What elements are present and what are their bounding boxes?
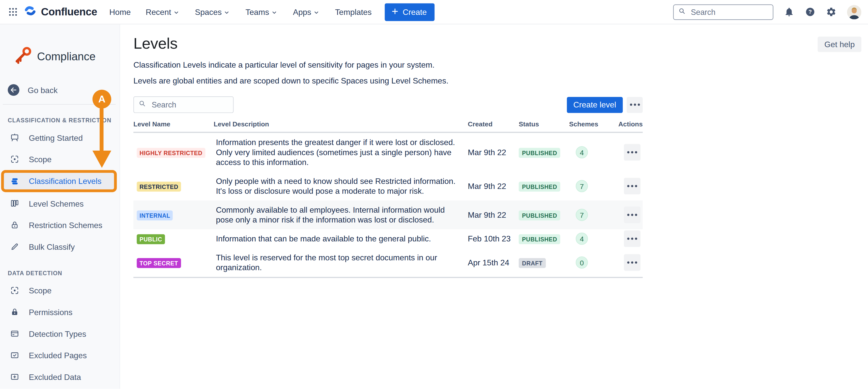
row-actions-button[interactable] (624, 230, 641, 247)
confluence-logo[interactable]: Confluence (23, 3, 97, 21)
created-date: Mar 9th 22 (468, 148, 519, 157)
column-header-level-name: Level Name (133, 120, 214, 128)
sidebar-item-level-schemes[interactable]: Level Schemes (0, 193, 120, 214)
created-date: Mar 9th 22 (468, 210, 519, 219)
annotation-arrow-head (93, 151, 112, 168)
sidebar-item-label: Level Schemes (29, 199, 84, 208)
sidebar-item-permissions[interactable]: Permissions (0, 301, 120, 323)
sidebar-item-scope[interactable]: Scope (0, 280, 120, 301)
nav-item-label: Apps (293, 7, 311, 17)
sidebar-item-detection-types[interactable]: Detection Types (0, 323, 120, 345)
sidebar-item-excluded-pages[interactable]: Excluded Pages (0, 345, 120, 366)
easel-icon (10, 133, 20, 142)
card-icon (10, 329, 20, 338)
nav-item-home[interactable]: Home (109, 7, 131, 17)
key-icon (12, 46, 32, 68)
schemes-count: 0 (576, 256, 588, 268)
sidebar-item-classification-levels[interactable]: Classification Levels (4, 173, 114, 189)
row-actions-button[interactable] (624, 144, 641, 161)
ellipsis-icon (627, 151, 637, 153)
created-date: Mar 9th 22 (468, 182, 519, 190)
level-name-badge: PUBLIC (137, 234, 165, 244)
table-row-public: PUBLICInformation that can be made avail… (133, 229, 643, 248)
table-row-top-secret: TOP SECRETThis level is reserved for the… (133, 248, 643, 277)
chevron-down-icon (173, 8, 180, 16)
nav-item-recent[interactable]: Recent (146, 7, 180, 17)
table-more-actions-button[interactable] (627, 97, 643, 113)
column-header-created: Created (468, 120, 519, 128)
row-actions-button[interactable] (624, 207, 641, 223)
table-row-highly-restricted: HIGHLY RESTRICTEDInformation presents th… (133, 133, 643, 172)
lock-outline-icon (10, 220, 20, 230)
app-window: Confluence HomeRecentSpacesTeamsAppsTemp… (0, 0, 868, 389)
nav-item-label: Teams (246, 7, 269, 17)
schemes-count: 4 (576, 233, 588, 245)
column-header-schemes: Schemes (569, 120, 614, 128)
ellipsis-icon (627, 261, 637, 264)
level-description: Information presents the greatest danger… (214, 133, 468, 172)
nav-item-templates[interactable]: Templates (335, 7, 372, 17)
create-level-button[interactable]: Create level (567, 97, 623, 113)
help-icon[interactable]: ? (805, 6, 815, 17)
global-search-input[interactable] (690, 7, 768, 17)
sidebar-item-label: Excluded Data (29, 372, 81, 381)
compliance-sidebar: Compliance Go back CLASSIFICATION & REST… (0, 25, 120, 389)
status-badge: PUBLISHED (519, 181, 560, 191)
nav-item-label: Spaces (195, 7, 222, 17)
nav-item-teams[interactable]: Teams (246, 7, 278, 17)
scope-icon (10, 286, 20, 295)
pencil-icon (10, 242, 20, 251)
chevron-down-icon (223, 8, 231, 16)
level-name-badge: RESTRICTED (137, 181, 181, 191)
global-nav: HomeRecentSpacesTeamsAppsTemplates (109, 7, 371, 17)
status-badge: PUBLISHED (519, 234, 560, 244)
ellipsis-icon (627, 238, 637, 240)
levels-search-input[interactable] (151, 100, 229, 110)
levels-toolbar: Create level (133, 96, 643, 113)
top-bar-right: ? (673, 4, 861, 20)
status-badge: PUBLISHED (519, 210, 560, 220)
levels-table-header: Level NameLevel DescriptionCreatedStatus… (133, 120, 643, 133)
app-name: Compliance (37, 50, 96, 63)
nav-item-apps[interactable]: Apps (293, 7, 320, 17)
go-back-label: Go back (28, 86, 58, 94)
sidebar-item-label: Classification Levels (29, 177, 101, 185)
ellipsis-icon (630, 104, 640, 106)
page-description-1: Classification Levels indicate a particu… (133, 61, 868, 69)
columns-icon (10, 199, 20, 208)
column-header-level-description: Level Description (214, 120, 468, 128)
nav-item-spaces[interactable]: Spaces (195, 7, 230, 17)
page-title: Levels (133, 35, 868, 53)
ellipsis-icon (627, 185, 637, 187)
ellipsis-icon (627, 214, 637, 216)
level-description: Only people with a need to know should s… (214, 172, 468, 201)
search-icon (138, 100, 146, 110)
level-description: Commonly available to all employees. Int… (214, 201, 468, 229)
global-top-bar: Confluence HomeRecentSpacesTeamsAppsTemp… (0, 0, 868, 25)
sidebar-item-restriction-schemes[interactable]: Restriction Schemes (0, 214, 120, 236)
schemes-count: 7 (576, 209, 588, 221)
sidebar-item-label: Permissions (29, 307, 72, 316)
main-content: Get help Levels Classification Levels in… (120, 25, 868, 389)
row-actions-button[interactable] (624, 178, 641, 194)
notifications-bell-icon[interactable] (784, 6, 794, 17)
app-switcher-icon[interactable] (8, 6, 19, 17)
get-help-button[interactable]: Get help (818, 37, 862, 52)
sidebar-item-bulk-classify[interactable]: Bulk Classify (0, 236, 120, 258)
search-icon (678, 7, 686, 17)
created-date: Apr 15th 24 (468, 258, 519, 267)
table-row-internal: INTERNALCommonly available to all employ… (133, 201, 643, 229)
sidebar-item-excluded-data[interactable]: Excluded Data (0, 366, 120, 388)
create-button[interactable]: Create (385, 3, 434, 21)
scope-icon (10, 154, 20, 164)
plus-icon (391, 7, 399, 17)
level-name-badge: HIGHLY RESTRICTED (137, 148, 205, 158)
user-avatar[interactable] (847, 5, 862, 19)
settings-gear-icon[interactable] (826, 6, 836, 17)
svg-text:?: ? (808, 8, 812, 15)
global-search[interactable] (673, 4, 773, 20)
levels-search[interactable] (133, 96, 234, 113)
check-rect-icon (10, 351, 20, 360)
schemes-count: 7 (576, 180, 588, 192)
row-actions-button[interactable] (624, 254, 641, 271)
